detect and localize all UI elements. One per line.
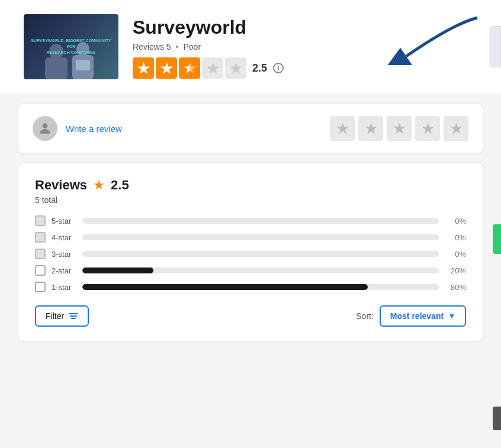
checkbox-3star[interactable] <box>35 249 46 259</box>
reviews-star-icon: ★ <box>93 178 105 193</box>
bar-row-3star: 3-star 0% <box>35 249 466 259</box>
scroll-indicator[interactable] <box>493 407 501 430</box>
green-side-button[interactable] <box>493 224 501 254</box>
filter-line-1 <box>69 313 78 314</box>
percent-5star: 0% <box>445 217 466 225</box>
bar-track-1star <box>82 284 439 290</box>
company-info: Surveyworld Reviews 5 • Poor ★ ★ <box>133 14 477 79</box>
bar-track-4star <box>82 234 439 240</box>
checkbox-4star[interactable] <box>35 232 46 243</box>
filter-line-3 <box>71 318 76 319</box>
label-5star: 5-star <box>52 217 76 225</box>
bar-row-5star: 5-star 0% <box>35 215 466 226</box>
label-4star: 4-star <box>52 233 76 242</box>
reviews-meta: Reviews 5 • Poor <box>133 42 477 51</box>
svg-rect-4 <box>76 60 90 70</box>
filter-sort-row: Filter Sort: Most relevant ▼ <box>35 305 466 327</box>
label-1star: 1-star <box>52 283 76 292</box>
star-2: ★ <box>156 57 177 79</box>
reviews-rating-avg: 2.5 <box>111 178 129 193</box>
bar-fill-2star <box>82 267 153 273</box>
bar-row-1star: 1-star 80% <box>35 282 466 292</box>
bar-fill-1star <box>82 284 368 290</box>
svg-point-8 <box>43 123 48 128</box>
dot-separator: • <box>176 42 179 51</box>
checkbox-1star[interactable] <box>35 282 46 292</box>
chevron-down-icon: ▼ <box>448 312 455 320</box>
star-3: ★ <box>179 57 200 79</box>
star-rating-input[interactable]: ★ ★ ★ ★ ★ <box>330 116 468 141</box>
company-logo: SURVEYWORLD, BIGGEST COMMUNITY FORRESEAR… <box>24 14 118 79</box>
logo-text: SURVEYWORLD, BIGGEST COMMUNITY FORRESEAR… <box>24 36 118 57</box>
bar-track-5star <box>82 218 439 224</box>
bar-track-3star <box>82 251 439 257</box>
star-5: ★ <box>225 57 246 79</box>
company-name: Surveyworld <box>133 17 477 38</box>
filter-button[interactable]: Filter <box>35 305 89 327</box>
bar-row-2star: 2-star 20% <box>35 265 466 276</box>
label-2star: 2-star <box>52 266 76 275</box>
stars-display: ★ ★ ★ ★ ★ <box>133 57 246 79</box>
percent-2star: 20% <box>445 266 466 275</box>
star-input-5[interactable]: ★ <box>444 116 468 141</box>
bar-row-4star: 4-star 0% <box>35 232 466 243</box>
right-sidebar-button[interactable] <box>490 26 501 67</box>
star-input-2[interactable]: ★ <box>358 116 383 141</box>
rating-row: ★ ★ ★ ★ ★ <box>133 57 477 79</box>
svg-rect-6 <box>190 57 200 79</box>
info-icon[interactable]: ℹ <box>273 63 284 73</box>
percent-1star: 80% <box>445 283 466 292</box>
write-review-left: Write a review <box>33 116 122 141</box>
reviews-title: Reviews <box>35 178 87 193</box>
sort-row: Sort: Most relevant ▼ <box>356 305 466 327</box>
svg-rect-1 <box>45 57 68 79</box>
rating-label: Poor <box>184 42 201 51</box>
label-3star: 3-star <box>52 250 76 259</box>
checkbox-5star[interactable] <box>35 215 46 226</box>
star-input-1[interactable]: ★ <box>330 116 355 141</box>
avatar-icon <box>37 121 53 136</box>
sort-label: Sort: <box>356 311 374 321</box>
star-input-4[interactable]: ★ <box>415 116 440 141</box>
filter-line-2 <box>70 315 77 317</box>
checkbox-2star[interactable] <box>35 265 46 276</box>
user-avatar <box>33 116 57 141</box>
header-section: SURVEYWORLD, BIGGEST COMMUNITY FORRESEAR… <box>0 0 501 94</box>
reviews-header: Reviews ★ 2.5 <box>35 178 466 193</box>
filter-label: Filter <box>46 311 64 321</box>
percent-4star: 0% <box>445 233 466 242</box>
total-reviews: 5 total <box>35 195 466 205</box>
reviews-section: Reviews ★ 2.5 5 total 5-star 0% 4-star 0… <box>18 163 483 341</box>
sort-value: Most relevant <box>390 311 444 321</box>
star-input-3[interactable]: ★ <box>387 116 412 141</box>
filter-icon <box>69 313 78 319</box>
rating-number: 2.5 <box>252 62 267 75</box>
star-4: ★ <box>202 57 223 79</box>
write-review-link[interactable]: Write a review <box>66 124 122 134</box>
bar-track-2star <box>82 267 439 273</box>
reviews-count: Reviews 5 <box>133 42 171 51</box>
sort-button[interactable]: Most relevant ▼ <box>380 305 466 327</box>
star-1: ★ <box>133 57 154 79</box>
percent-3star: 0% <box>445 250 466 259</box>
write-review-section: Write a review ★ ★ ★ ★ ★ <box>18 104 483 153</box>
